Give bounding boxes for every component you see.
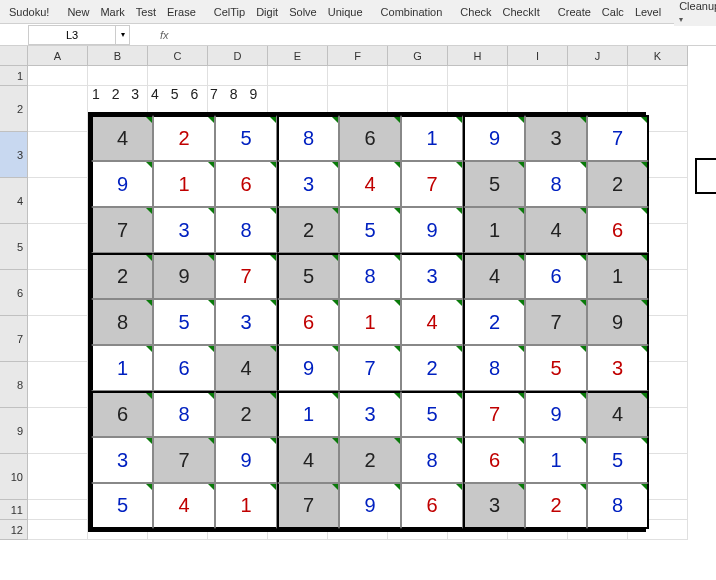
row-header-10[interactable]: 10 [0, 454, 28, 500]
sudoku-cell-r7c8[interactable]: 9 [525, 391, 587, 437]
sudoku-cell-r2c9[interactable]: 2 [587, 161, 649, 207]
col-header-K[interactable]: K [628, 46, 688, 66]
sudoku-cell-r3c9[interactable]: 6 [587, 207, 649, 253]
cell[interactable] [28, 132, 88, 178]
sudoku-cell-r8c6[interactable]: 8 [401, 437, 463, 483]
sudoku-cell-r5c1[interactable]: 8 [91, 299, 153, 345]
sudoku-cell-r4c9[interactable]: 1 [587, 253, 649, 299]
cell[interactable] [28, 362, 88, 408]
sudoku-cell-r9c8[interactable]: 2 [525, 483, 587, 529]
cell[interactable] [568, 66, 628, 86]
col-header-A[interactable]: A [28, 46, 88, 66]
cell[interactable] [28, 66, 88, 86]
cell[interactable] [388, 66, 448, 86]
sudoku-cell-r7c4[interactable]: 1 [277, 391, 339, 437]
sudoku-cell-r9c7[interactable]: 3 [463, 483, 525, 529]
col-header-G[interactable]: G [388, 46, 448, 66]
col-header-B[interactable]: B [88, 46, 148, 66]
sudoku-cell-r5c4[interactable]: 6 [277, 299, 339, 345]
sudoku-cell-r2c1[interactable]: 9 [91, 161, 153, 207]
sudoku-cell-r3c1[interactable]: 7 [91, 207, 153, 253]
row-header-3[interactable]: 3 [0, 132, 28, 178]
toolbar-create[interactable]: Create [553, 4, 596, 20]
sudoku-cell-r4c4[interactable]: 5 [277, 253, 339, 299]
sudoku-cell-r6c9[interactable]: 3 [587, 345, 649, 391]
sudoku-cell-r6c8[interactable]: 5 [525, 345, 587, 391]
sudoku-cell-r1c3[interactable]: 5 [215, 115, 277, 161]
sudoku-cell-r9c5[interactable]: 9 [339, 483, 401, 529]
cell[interactable] [628, 66, 688, 86]
sudoku-cell-r1c6[interactable]: 1 [401, 115, 463, 161]
sudoku-cell-r8c4[interactable]: 4 [277, 437, 339, 483]
sudoku-cell-r9c3[interactable]: 1 [215, 483, 277, 529]
row-header-7[interactable]: 7 [0, 316, 28, 362]
sudoku-cell-r2c8[interactable]: 8 [525, 161, 587, 207]
sudoku-cell-r8c1[interactable]: 3 [91, 437, 153, 483]
sudoku-cell-r8c7[interactable]: 6 [463, 437, 525, 483]
toolbar-cleanup[interactable]: Cleanup [674, 0, 716, 26]
sudoku-cell-r7c1[interactable]: 6 [91, 391, 153, 437]
sudoku-cell-r3c4[interactable]: 2 [277, 207, 339, 253]
sudoku-cell-r8c9[interactable]: 5 [587, 437, 649, 483]
sudoku-cell-r4c6[interactable]: 3 [401, 253, 463, 299]
col-header-C[interactable]: C [148, 46, 208, 66]
sudoku-cell-r5c6[interactable]: 4 [401, 299, 463, 345]
sudoku-cell-r3c2[interactable]: 3 [153, 207, 215, 253]
row-header-8[interactable]: 8 [0, 362, 28, 408]
cell[interactable] [268, 66, 328, 86]
sudoku-cell-r8c5[interactable]: 2 [339, 437, 401, 483]
sudoku-cell-r7c6[interactable]: 5 [401, 391, 463, 437]
sudoku-cell-r6c4[interactable]: 9 [277, 345, 339, 391]
toolbar-checkit[interactable]: CheckIt [498, 4, 545, 20]
cell[interactable] [28, 454, 88, 500]
sudoku-cell-r3c7[interactable]: 1 [463, 207, 525, 253]
sudoku-cell-r4c1[interactable]: 2 [91, 253, 153, 299]
toolbar-calc[interactable]: Calc [597, 4, 629, 20]
col-header-F[interactable]: F [328, 46, 388, 66]
sudoku-cell-r6c6[interactable]: 2 [401, 345, 463, 391]
toolbar-new[interactable]: New [62, 4, 94, 20]
sudoku-cell-r3c6[interactable]: 9 [401, 207, 463, 253]
cell[interactable] [448, 66, 508, 86]
cell[interactable] [148, 66, 208, 86]
sudoku-cell-r1c8[interactable]: 3 [525, 115, 587, 161]
sudoku-cell-r2c3[interactable]: 6 [215, 161, 277, 207]
toolbar-erase[interactable]: Erase [162, 4, 201, 20]
sudoku-cell-r4c2[interactable]: 9 [153, 253, 215, 299]
sudoku-cell-r7c5[interactable]: 3 [339, 391, 401, 437]
toolbar-celtip[interactable]: CelTip [209, 4, 250, 20]
cell[interactable] [28, 500, 88, 520]
toolbar-sudoku[interactable]: Sudoku! [4, 4, 54, 20]
sudoku-cell-r2c4[interactable]: 3 [277, 161, 339, 207]
sudoku-cell-r3c8[interactable]: 4 [525, 207, 587, 253]
row-header-4[interactable]: 4 [0, 178, 28, 224]
sudoku-cell-r2c5[interactable]: 4 [339, 161, 401, 207]
sudoku-cell-r5c3[interactable]: 3 [215, 299, 277, 345]
sudoku-grid[interactable]: 4258619379163475827382591462975834618536… [88, 112, 646, 532]
sudoku-cell-r6c2[interactable]: 6 [153, 345, 215, 391]
toolbar-mark[interactable]: Mark [95, 4, 129, 20]
sudoku-cell-r1c5[interactable]: 6 [339, 115, 401, 161]
col-header-I[interactable]: I [508, 46, 568, 66]
col-header-E[interactable]: E [268, 46, 328, 66]
name-box-dropdown[interactable]: ▾ [116, 25, 130, 45]
sudoku-cell-r4c5[interactable]: 8 [339, 253, 401, 299]
toolbar-unique[interactable]: Unique [323, 4, 368, 20]
sudoku-cell-r1c4[interactable]: 8 [277, 115, 339, 161]
cell[interactable] [88, 66, 148, 86]
sudoku-cell-r7c9[interactable]: 4 [587, 391, 649, 437]
sudoku-cell-r1c9[interactable]: 7 [587, 115, 649, 161]
cell[interactable] [28, 86, 88, 132]
col-header-H[interactable]: H [448, 46, 508, 66]
toolbar-level[interactable]: Level [630, 4, 666, 20]
cell[interactable] [508, 66, 568, 86]
sudoku-cell-r8c3[interactable]: 9 [215, 437, 277, 483]
sudoku-cell-r9c2[interactable]: 4 [153, 483, 215, 529]
toolbar-solve[interactable]: Solve [284, 4, 322, 20]
sudoku-cell-r2c2[interactable]: 1 [153, 161, 215, 207]
sudoku-cell-r6c5[interactable]: 7 [339, 345, 401, 391]
sudoku-cell-r1c2[interactable]: 2 [153, 115, 215, 161]
sudoku-cell-r2c6[interactable]: 7 [401, 161, 463, 207]
sudoku-cell-r6c3[interactable]: 4 [215, 345, 277, 391]
toolbar-digit[interactable]: Digit [251, 4, 283, 20]
